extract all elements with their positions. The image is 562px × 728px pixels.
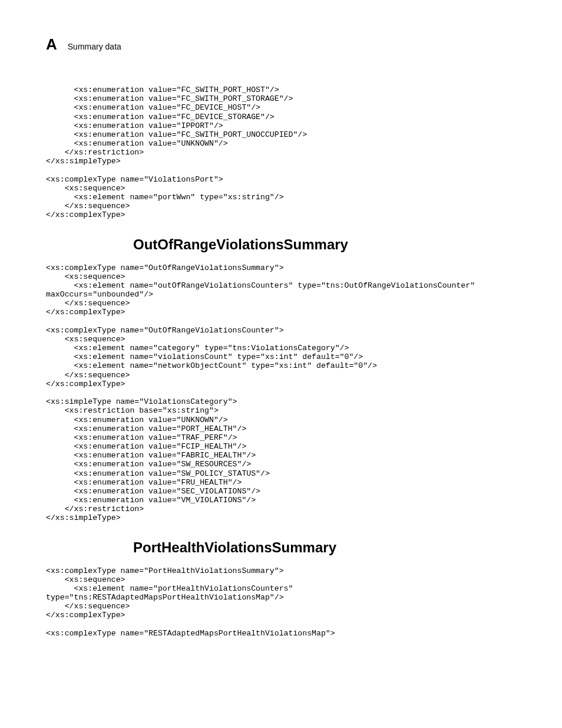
code-block-3: <xs:complexType name="PortHealthViolatio… [46,566,516,638]
section-heading-outofrange: OutOfRangeViolationsSummary [133,236,516,253]
code-block-1: <xs:enumeration value="FC_SWITH_PORT_HOS… [46,85,516,220]
page-header: A Summary data [46,35,516,54]
header-title: Summary data [68,42,121,51]
section-heading-porthealth: PortHealthViolationsSummary [133,539,516,556]
code-block-2: <xs:complexType name="OutOfRangeViolatio… [46,263,516,523]
document-page: A Summary data <xs:enumeration value="FC… [0,0,562,684]
appendix-letter: A [46,35,57,54]
